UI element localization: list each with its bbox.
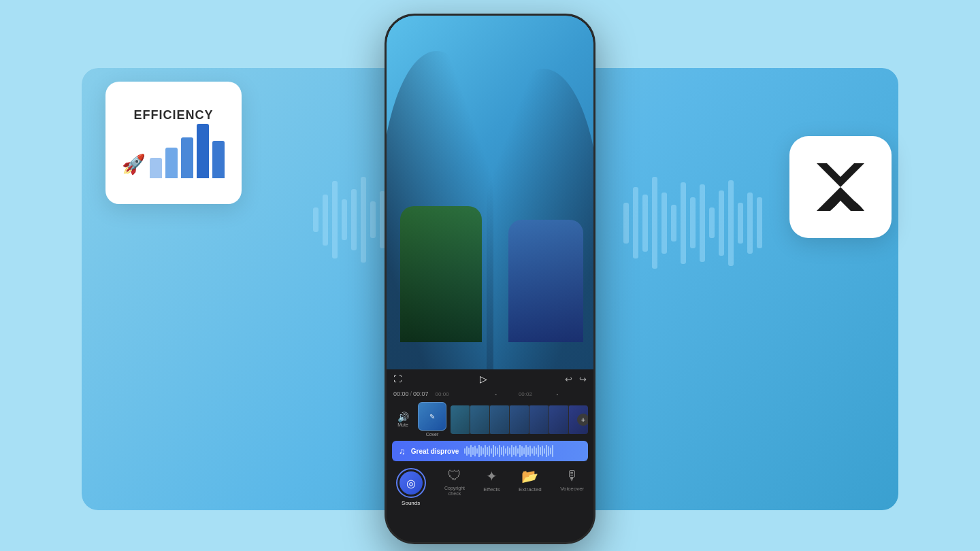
phone-mockup: ⛶ ▷ ↩ ↪ 00:00 / 00:07 00:00 • 00:02 • 🔊 [385,14,595,544]
sounds-symbol: ◎ [406,477,416,490]
tab-voiceover[interactable]: 🎙 Voiceover [560,468,584,492]
marker-dot1: • [495,391,497,397]
rocket-icon: 🚀 [122,153,146,176]
voiceover-label: Voiceover [560,486,584,492]
timeline-controls-bar: ⛶ ▷ ↩ ↪ [387,369,593,388]
sounds-tab-border: ◎ [396,468,426,498]
audio-title: Great disprove [411,448,459,455]
video-strip[interactable]: + [451,405,588,434]
clothes-right [508,220,583,342]
audio-waveform [464,445,581,457]
expand-icon[interactable]: ⛶ [393,374,402,384]
voiceover-icon: 🎙 [566,468,579,484]
extracted-label: Extracted [519,486,542,492]
tab-effects[interactable]: ✦ Effects [483,468,500,492]
marker-mid: 00:02 [519,391,532,397]
cover-label: Cover [426,432,439,437]
copyright-label: Copyrightcheck [444,486,465,497]
video-area [387,16,593,369]
tabs-container: ◎ Sounds 🛡 Copyrightcheck ✦ Effects [387,468,593,506]
effects-icon: ✦ [486,468,497,484]
efficiency-title: EFFICIENCY [133,108,213,122]
copyright-icon: 🛡 [448,468,461,484]
phone-screen: ⛶ ▷ ↩ ↪ 00:00 / 00:07 00:00 • 00:02 • 🔊 [387,16,593,542]
capcut-logo-card [789,136,892,238]
marker-dot2: • [557,391,559,397]
mute-label: Mute [397,422,408,427]
play-icon[interactable]: ▷ [480,373,487,384]
add-clip-button[interactable]: + [577,414,588,426]
audio-track[interactable]: ♫ Great disprove [392,441,588,461]
cover-control[interactable]: ✎ Cover [418,402,446,437]
tab-extracted[interactable]: 📂 Extracted [519,468,542,492]
tab-copyright[interactable]: 🛡 Copyrightcheck [444,468,465,497]
marker-start: 00:00 [436,391,449,397]
mute-control[interactable]: 🔊 Mute [392,412,414,427]
speaker-icon: 🔊 [397,412,409,422]
extracted-icon: 📂 [521,468,538,484]
sounds-icon: ◎ [399,471,423,495]
clothes-left [400,206,482,342]
bottom-navigation: ◎ Sounds 🛡 Copyrightcheck ✦ Effects [387,463,593,509]
track-row: 🔊 Mute ✎ Cover + [387,399,593,439]
efficiency-card: EFFICIENCY 🚀 [105,82,242,204]
music-icon: ♫ [399,446,406,456]
time-markers: 00:00 / 00:07 00:00 • 00:02 • [387,388,593,399]
redo-icon[interactable]: ↪ [579,374,587,384]
capcut-logo [810,156,871,218]
time-total: 00:07 [413,390,429,397]
wave-bars-right [623,177,762,269]
time-current: 00:00 [393,390,409,397]
sounds-label: Sounds [402,500,420,506]
effects-label: Effects [483,486,500,492]
tab-sounds[interactable]: ◎ Sounds [396,468,426,506]
cover-thumbnail: ✎ [418,402,446,431]
undo-icon[interactable]: ↩ [565,374,572,384]
